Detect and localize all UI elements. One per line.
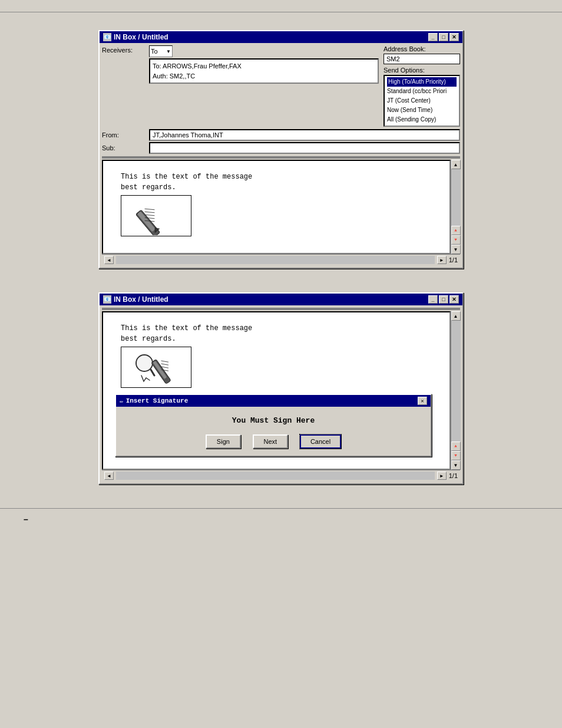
send-option-now[interactable]: Now (Send Time) bbox=[387, 106, 457, 115]
sub-row: Sub: bbox=[102, 142, 460, 154]
scroll-track-2[interactable] bbox=[451, 321, 461, 442]
message-wrapper-2: This is the text of the message best reg… bbox=[102, 311, 460, 470]
to-field-row: To ▼ bbox=[149, 45, 379, 57]
sub-input[interactable] bbox=[149, 142, 460, 154]
close-button[interactable]: ✕ bbox=[449, 33, 459, 41]
page-indicator-1: 1/1 bbox=[449, 256, 458, 263]
minimize-button[interactable]: _ bbox=[428, 33, 438, 41]
window-2: 📧 IN Box / Untitled _ □ ✕ This is the te… bbox=[98, 292, 464, 485]
dialog-icon: ✏️ bbox=[120, 397, 124, 405]
vertical-scrollbar-2: ▲ 🔺 🔻 ▼ bbox=[451, 311, 460, 470]
send-option-standard[interactable]: Standard (cc/bcc Priori bbox=[387, 87, 457, 96]
scroll-right-button-2[interactable]: ► bbox=[437, 472, 447, 480]
dialog-close-button[interactable]: ✕ bbox=[418, 397, 427, 405]
minimize-button-2[interactable]: _ bbox=[428, 295, 438, 304]
send-option-high[interactable]: High (To/Auth Priority) bbox=[387, 77, 457, 87]
separator-2 bbox=[102, 308, 460, 310]
horizontal-scrollbar[interactable] bbox=[116, 256, 435, 264]
message-area-2: This is the text of the message best reg… bbox=[102, 311, 451, 470]
to-dropdown[interactable]: To ▼ bbox=[149, 45, 173, 57]
window-1-titlebar[interactable]: 📧 IN Box / Untitled _ □ ✕ bbox=[100, 31, 462, 43]
send-options-label: Send Options: bbox=[384, 67, 460, 74]
svg-line-10 bbox=[151, 370, 154, 375]
message-area: This is the text of the message best reg… bbox=[102, 160, 451, 254]
from-input[interactable]: JT,Johannes Thoma,INT bbox=[149, 129, 460, 141]
dialog-titlebar[interactable]: ✏️ Insert Signature ✕ bbox=[116, 395, 431, 407]
message-wrapper: This is the text of the message best reg… bbox=[102, 160, 460, 254]
maximize-button[interactable]: □ bbox=[439, 33, 448, 41]
from-row: From: JT,Johannes Thoma,INT bbox=[102, 129, 460, 141]
window-2-icon: 📧 bbox=[103, 295, 111, 304]
message-content-2: This is the text of the message best reg… bbox=[103, 312, 449, 469]
titlebar-left: 📧 IN Box / Untitled bbox=[103, 33, 168, 41]
horizontal-scrollbar-2[interactable] bbox=[116, 472, 435, 480]
send-options-box: High (To/Auth Priority) Standard (cc/bcc… bbox=[384, 75, 460, 127]
address-book-label: Address Book: bbox=[384, 45, 460, 52]
vertical-scrollbar-1: ▲ 🔺 🔻 ▼ bbox=[451, 160, 460, 254]
window-2-titlebar[interactable]: 📧 IN Box / Untitled _ □ ✕ bbox=[100, 294, 462, 305]
titlebar-2-controls: _ □ ✕ bbox=[428, 295, 459, 304]
message-content: This is the text of the message best reg… bbox=[103, 161, 449, 248]
signature-box-1 bbox=[121, 195, 191, 236]
page-indicator-2: 1/1 bbox=[449, 472, 458, 479]
scroll-right-button[interactable]: ► bbox=[437, 256, 447, 264]
scroll-icon-2[interactable]: 🔻 bbox=[451, 235, 461, 245]
window-1-title: IN Box / Untitled bbox=[114, 33, 168, 41]
separator bbox=[102, 156, 460, 159]
svg-rect-1 bbox=[137, 211, 156, 232]
to-dropdown-value: To bbox=[151, 48, 158, 55]
send-option-jt[interactable]: JT (Cost Center) bbox=[387, 96, 457, 106]
dialog-body: You Must Sign Here Sign Next Cancel bbox=[116, 407, 431, 456]
scroll-icon-3[interactable]: 🔺 bbox=[451, 442, 461, 451]
insert-signature-dialog: ✏️ Insert Signature ✕ You Must Sign Here… bbox=[115, 394, 432, 457]
window-1-body: Receivers: To ▼ To: ARROWS,Frau Pfeffer,… bbox=[100, 43, 462, 268]
titlebar-2-left: 📧 IN Box / Untitled bbox=[103, 295, 168, 304]
recipient-line-1: To: ARROWS,Frau Pfeffer,FAX bbox=[153, 61, 375, 71]
titlebar-controls: _ □ ✕ bbox=[428, 33, 459, 41]
cancel-button[interactable]: Cancel bbox=[300, 434, 341, 449]
dialog-title: Insert Signature bbox=[126, 397, 189, 404]
maximize-button-2[interactable]: □ bbox=[439, 295, 448, 304]
bottom-bar-2: ◄ ► 1/1 bbox=[102, 470, 460, 481]
page: 📧 IN Box / Untitled _ □ ✕ Receivers: To … bbox=[0, 0, 562, 728]
scroll-icon-4[interactable]: 🔻 bbox=[451, 451, 461, 460]
message-text-2: best regards. bbox=[121, 183, 432, 192]
dialog-buttons: Sign Next Cancel bbox=[128, 434, 419, 449]
send-option-all[interactable]: All (Sending Copy) bbox=[387, 115, 457, 124]
svg-point-9 bbox=[137, 355, 152, 371]
window-2-title: IN Box / Untitled bbox=[114, 295, 168, 304]
message-text-1: This is the text of the message bbox=[121, 173, 432, 181]
bottom-bar-1: ◄ ► 1/1 bbox=[102, 254, 460, 265]
scroll-down-button-2[interactable]: ▼ bbox=[451, 460, 461, 470]
from-label: From: bbox=[102, 131, 149, 139]
scroll-left-button-2[interactable]: ◄ bbox=[104, 472, 114, 480]
scroll-up-button[interactable]: ▲ bbox=[451, 160, 461, 169]
message-text-4: best regards. bbox=[121, 335, 432, 343]
address-book-value: SM2 bbox=[384, 54, 460, 64]
receivers-label: Receivers: bbox=[102, 45, 149, 54]
message-text-3: This is the text of the message bbox=[121, 324, 432, 332]
receivers-section: Receivers: To ▼ To: ARROWS,Frau Pfeffer,… bbox=[102, 45, 460, 127]
recipients-box: To: ARROWS,Frau Pfeffer,FAX Auth: SM2,,T… bbox=[149, 58, 379, 84]
scroll-bottom-controls-2: 🔺 🔻 ▼ bbox=[451, 442, 461, 470]
svg-rect-12 bbox=[153, 360, 167, 379]
sign-button[interactable]: Sign bbox=[206, 434, 241, 449]
top-rule bbox=[0, 12, 562, 12]
window-1: 📧 IN Box / Untitled _ □ ✕ Receivers: To … bbox=[98, 30, 464, 269]
window-2-body: This is the text of the message best reg… bbox=[100, 305, 462, 483]
window-icon: 📧 bbox=[103, 33, 111, 41]
bottom-dash: – bbox=[0, 515, 562, 524]
scroll-track[interactable] bbox=[451, 169, 461, 226]
close-button-2[interactable]: ✕ bbox=[449, 295, 459, 304]
pen-signature-svg-1 bbox=[124, 197, 189, 235]
scroll-left-button[interactable]: ◄ bbox=[104, 256, 114, 264]
scroll-up-button-2[interactable]: ▲ bbox=[451, 311, 461, 321]
scroll-down-button[interactable]: ▼ bbox=[451, 245, 461, 254]
next-button[interactable]: Next bbox=[253, 434, 288, 449]
dialog-message: You Must Sign Here bbox=[128, 416, 419, 425]
address-book-section: Address Book: SM2 Send Options: High (To… bbox=[384, 45, 460, 127]
signature-box-2 bbox=[121, 347, 191, 388]
dialog-title-left: ✏️ Insert Signature bbox=[120, 397, 188, 405]
scroll-icon-1[interactable]: 🔺 bbox=[451, 226, 461, 235]
receivers-left: To ▼ To: ARROWS,Frau Pfeffer,FAX Auth: S… bbox=[149, 45, 379, 84]
